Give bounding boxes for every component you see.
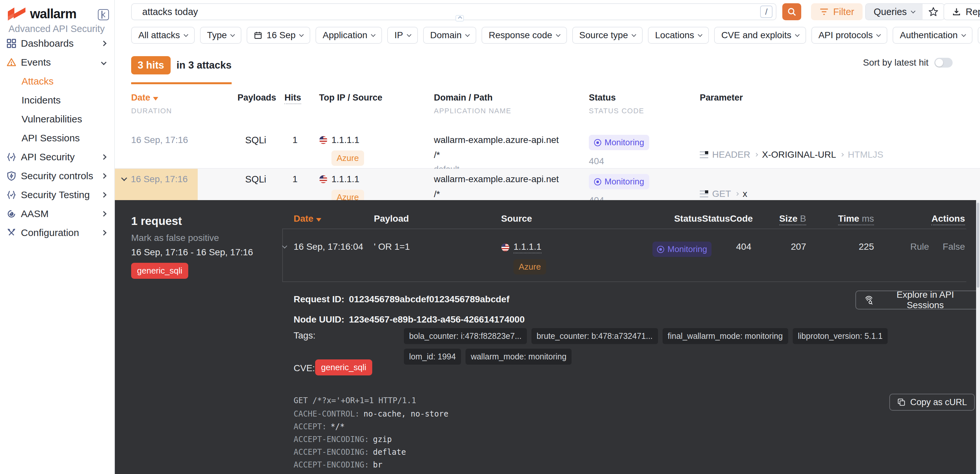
tag-chip[interactable]: bola_counter: i:478:f82823e7...: [404, 328, 527, 344]
braces-check-icon: [6, 189, 19, 200]
action-false-link[interactable]: False: [943, 242, 965, 252]
sidebar-item-security-controls[interactable]: Security controls: [0, 166, 114, 185]
column-header-payload[interactable]: Payload: [374, 214, 409, 223]
column-header-date[interactable]: Date: [294, 214, 321, 223]
chevron-down-icon: [910, 9, 915, 13]
node-uuid-value: 123e4567-e89b-12d3-a456-426614174000: [349, 314, 525, 324]
report-button-label: Report: [966, 6, 980, 17]
status-badge-monitoring[interactable]: Monitoring: [589, 135, 649, 150]
source-badge-azure[interactable]: Azure: [514, 259, 546, 275]
column-header-domain[interactable]: Domain / Path: [434, 93, 493, 102]
search-input[interactable]: [132, 6, 760, 17]
sidebar-item-label: Dashboards: [21, 38, 74, 49]
node-uuid-row: Node UUID:123e4567-e89b-12d3-a456-426614…: [294, 314, 525, 325]
sidebar-item-events[interactable]: Events: [0, 53, 114, 72]
tag-chip[interactable]: wallarm_mode: monitoring: [466, 349, 571, 365]
sidebar-item-vulnerabilities[interactable]: Vulnerabilities: [0, 110, 114, 129]
filter-chip-type[interactable]: Type: [200, 27, 242, 44]
search-field[interactable]: /: [131, 3, 776, 20]
column-header-time[interactable]: Time ms: [838, 214, 874, 225]
chevron-down-icon: [299, 32, 304, 37]
column-header-date[interactable]: Date: [131, 93, 158, 102]
raw-request-block: GET /*?x='+OR+1=1 HTTP/1.1 CACHE-CONTROL…: [294, 396, 448, 474]
sidebar-item-aasm[interactable]: AASM: [0, 204, 114, 223]
sidebar-item-security-testing[interactable]: Security Testing: [0, 185, 114, 204]
filter-chip-authentication[interactable]: Authentication: [892, 27, 972, 44]
source-badge-azure[interactable]: Azure: [331, 150, 364, 166]
sidebar-item-configuration[interactable]: Configuration: [0, 223, 114, 242]
attack-path: /*: [434, 150, 589, 160]
filter-chip-compare-to[interactable]: Compare to...: [978, 27, 980, 44]
attack-row[interactable]: 16 Sep, 17:16 SQLi 1 1.1.1.1 Azure walla…: [115, 129, 980, 169]
favorite-star-button[interactable]: [923, 4, 944, 19]
hits-tab[interactable]: 3 hits in 3 attacks: [131, 56, 232, 84]
tag-chip[interactable]: brute_counter: b:478:a732471...: [531, 328, 658, 344]
attack-ip[interactable]: 1.1.1.1: [331, 135, 360, 145]
header-param-icon: [700, 190, 708, 198]
report-button[interactable]: Report: [943, 3, 980, 20]
column-header-payloads[interactable]: Payloads: [237, 93, 276, 102]
column-header-top-ip[interactable]: Top IP / Source: [319, 93, 382, 102]
request-row[interactable]: 16 Sep, 17:16:04 ' OR 1=1 1.1.1.1 Azure …: [282, 229, 966, 282]
sidebar: wallarm Advanced API Security Dashboards…: [0, 0, 115, 474]
filter-chip-all-attacks[interactable]: All attacks: [131, 27, 195, 44]
filter-chip-cve[interactable]: CVE and exploits: [714, 27, 806, 44]
attack-type-badge[interactable]: generic_sqli: [131, 263, 188, 279]
sidebar-collapse-icon[interactable]: [98, 9, 109, 20]
filter-chip-locations[interactable]: Locations: [648, 27, 709, 44]
filter-chip-application[interactable]: Application: [315, 27, 382, 44]
mark-false-positive-link[interactable]: Mark as false positive: [131, 233, 219, 243]
column-header-parameter[interactable]: Parameter: [700, 93, 743, 102]
sidebar-item-label: API Security: [21, 152, 75, 163]
column-header-actions[interactable]: Actions: [931, 214, 965, 225]
explore-api-sessions-button[interactable]: Explore in API Sessions: [855, 290, 980, 310]
sidebar-item-api-security[interactable]: API Security: [0, 148, 114, 166]
tag-chip[interactable]: libproton_version: 5.1.1: [793, 328, 888, 344]
sidebar-item-dashboards[interactable]: Dashboards: [0, 34, 114, 53]
search-button[interactable]: [782, 3, 801, 20]
action-rule-link[interactable]: Rule: [910, 242, 929, 252]
column-header-status[interactable]: Status: [674, 214, 702, 223]
star-icon: [928, 6, 939, 17]
sort-toggle[interactable]: [934, 58, 953, 67]
filter-chip-api-protocols[interactable]: API protocols: [811, 27, 888, 44]
filter-chip-source-type[interactable]: Source type: [572, 27, 643, 44]
scrollbar-thumb[interactable]: [977, 203, 979, 287]
column-header-status-code[interactable]: StatusCode: [702, 214, 753, 223]
attack-payload: SQLi: [237, 135, 285, 174]
results-summary: 3 hits in 3 attacks Sort by latest hit: [131, 56, 966, 84]
filter-chip-domain[interactable]: Domain: [423, 27, 476, 44]
filter-chip-ip[interactable]: IP: [387, 27, 418, 44]
wallarm-logo[interactable]: wallarm: [8, 6, 76, 21]
filter-chip-date[interactable]: 16 Sep: [247, 27, 310, 44]
scrollbar[interactable]: [976, 200, 980, 474]
chevron-down-icon: [184, 32, 188, 37]
copy-as-curl-button[interactable]: Copy as cURL: [889, 394, 975, 411]
attack-ip[interactable]: 1.1.1.1: [331, 174, 360, 184]
column-header-source[interactable]: Source: [501, 214, 532, 223]
tag-chip[interactable]: lom_id: 1994: [404, 349, 461, 365]
filter-chip-response-code[interactable]: Response code: [482, 27, 567, 44]
column-header-size[interactable]: Size B: [780, 214, 807, 225]
filter-button[interactable]: Filter: [811, 3, 862, 20]
us-flag-icon: [319, 136, 328, 144]
chevron-down-icon[interactable]: [121, 175, 127, 181]
search-collapse-handle[interactable]: [455, 15, 464, 22]
sidebar-item-label: Attacks: [22, 76, 54, 87]
column-header-status[interactable]: Status: [589, 93, 616, 102]
tag-chip[interactable]: final_wallarm_mode: monitoring: [663, 328, 788, 344]
filter-icon: [819, 8, 829, 16]
queries-button[interactable]: Queries: [866, 4, 923, 19]
status-badge-monitoring[interactable]: Monitoring: [589, 174, 649, 189]
column-header-hits[interactable]: Hits: [285, 93, 301, 104]
sidebar-item-attacks[interactable]: Attacks: [0, 72, 114, 91]
request-ip[interactable]: 1.1.1.1: [514, 242, 541, 253]
cve-badge[interactable]: generic_sqli: [315, 359, 372, 375]
chip-label: 16 Sep: [267, 30, 296, 40]
sidebar-item-incidents[interactable]: Incidents: [0, 91, 114, 110]
sidebar-item-api-sessions[interactable]: API Sessions: [0, 129, 114, 148]
column-subheader-duration: DURATION: [131, 107, 237, 115]
chevron-down-icon[interactable]: [282, 244, 287, 249]
chevron-right-icon: [754, 153, 758, 156]
tools-icon: [6, 227, 19, 238]
